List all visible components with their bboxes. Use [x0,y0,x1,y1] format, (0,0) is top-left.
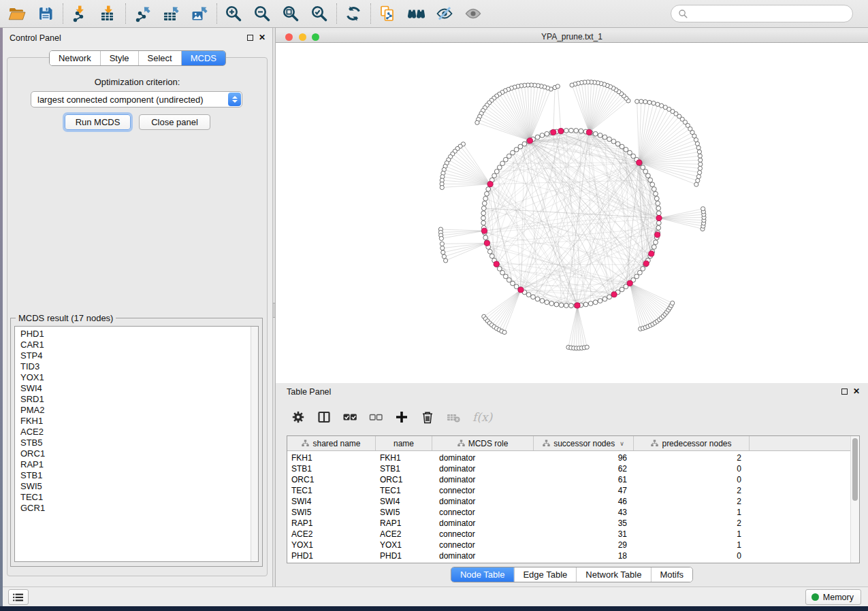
sort-indicator-icon[interactable]: ∨ [620,440,624,447]
ring-node[interactable] [569,303,574,308]
leaf-node[interactable] [439,236,443,240]
apply-function-button[interactable]: f(x) [472,410,492,424]
close-table-panel-icon[interactable]: ✕ [853,386,860,396]
column-header-shared-name[interactable]: shared name [287,436,376,450]
table-row[interactable]: RAP1RAP1dominator352 [287,518,850,529]
ring-node[interactable] [486,187,491,192]
tab-style[interactable]: Style [100,51,138,65]
network-view-titlebar[interactable]: YPA_prune.txt_1 [276,31,868,43]
column-header-successor-nodes[interactable]: successor nodes∨ [534,436,634,450]
leaf-node[interactable] [556,84,560,88]
mcds-result-scrollbar[interactable] [251,327,258,561]
leaf-node[interactable] [696,146,701,150]
ring-node[interactable] [569,128,574,133]
ring-node[interactable] [514,284,519,289]
ring-node[interactable] [593,131,598,136]
ring-node[interactable] [638,270,643,275]
leaf-node[interactable] [643,100,647,104]
ring-node[interactable] [656,201,660,206]
leaf-node[interactable] [698,154,702,158]
ring-node[interactable] [531,295,536,299]
mcds-result-item[interactable]: STB5 [15,437,258,448]
mcds-hub-node[interactable] [637,160,642,165]
ring-node[interactable] [607,295,612,299]
mcds-hub-node[interactable] [484,240,489,246]
ring-node[interactable] [564,303,568,308]
ring-node[interactable] [500,270,505,275]
ring-node[interactable] [652,187,656,192]
mcds-result-item[interactable]: SRD1 [15,394,258,405]
leaf-node[interactable] [502,330,507,334]
share-network-button[interactable] [376,2,399,25]
toggle-columns-button[interactable] [316,409,332,425]
ring-node[interactable] [481,206,486,211]
ring-node[interactable] [489,254,494,259]
leaf-node[interactable] [475,120,479,125]
ring-node[interactable] [564,129,568,133]
mcds-result-item[interactable]: SWI4 [15,383,258,394]
leaf-node[interactable] [639,99,643,103]
ring-node[interactable] [643,169,648,174]
column-header-predecessor-nodes[interactable]: predecessor nodes [634,436,750,450]
leaf-node[interactable] [696,178,700,182]
ring-node[interactable] [620,287,624,292]
mcds-result-item[interactable]: PMA2 [15,405,258,416]
run-mcds-button[interactable]: Run MCDS [65,114,131,130]
leaf-node[interactable] [701,207,705,211]
ring-node[interactable] [559,303,564,308]
ring-node[interactable] [654,196,659,201]
mcds-result-item[interactable]: GCR1 [15,503,258,514]
leaf-node[interactable] [647,100,652,104]
splitter-handle-icon[interactable] [273,303,275,318]
ring-node[interactable] [648,178,653,182]
ring-node[interactable] [487,249,492,254]
float-panel-icon[interactable] [247,35,253,41]
table-scrollbar-thumb[interactable] [852,438,858,501]
open-file-button[interactable] [5,2,29,25]
mcds-hub-node[interactable] [527,138,532,144]
ring-node[interactable] [540,133,545,138]
mcds-hub-node[interactable] [558,129,564,134]
ring-node[interactable] [526,293,531,297]
ring-node[interactable] [615,142,620,146]
leaf-node[interactable] [698,170,702,174]
table-row[interactable]: ACE2ACE2connector311 [287,529,850,540]
ring-node[interactable] [656,206,661,211]
ring-node[interactable] [641,267,645,271]
ring-node[interactable] [602,135,607,139]
leaf-node[interactable] [440,242,444,246]
ring-node[interactable] [518,144,523,149]
close-panel-button[interactable]: Close panel [139,114,210,130]
ring-node[interactable] [545,300,549,305]
task-history-button[interactable] [8,589,29,605]
mcds-result-item[interactable]: STP4 [15,350,258,361]
leaf-node[interactable] [698,162,703,166]
leaf-node[interactable] [440,246,445,250]
ring-node[interactable] [598,299,602,303]
import-table-button[interactable] [97,2,120,25]
table-row[interactable]: YOX1YOX1connector291 [287,540,850,550]
leaf-node[interactable] [440,185,444,189]
leaf-node[interactable] [696,174,701,178]
ring-node[interactable] [656,220,661,225]
ring-node[interactable] [554,302,559,307]
mcds-hub-node[interactable] [586,129,592,135]
select-all-rows-button[interactable] [342,409,358,425]
ring-node[interactable] [646,174,651,178]
leaf-node[interactable] [570,83,574,87]
export-table-button[interactable] [159,2,182,25]
tab-mcds[interactable]: MCDS [181,51,225,65]
mcds-hub-node[interactable] [656,215,662,220]
ring-node[interactable] [483,196,488,201]
leaf-node[interactable] [698,158,703,162]
mcds-result-item[interactable]: ORC1 [15,448,258,459]
export-network-button[interactable] [131,2,154,25]
table-row[interactable]: PHD1PHD1dominator180 [287,550,850,561]
float-table-panel-icon[interactable] [841,389,848,395]
mcds-hub-node[interactable] [575,303,580,308]
mcds-result-item[interactable]: FKH1 [15,416,258,427]
leaf-node[interactable] [671,301,675,305]
ring-node[interactable] [535,135,540,139]
mcds-hub-node[interactable] [655,232,660,237]
ring-node[interactable] [500,161,505,166]
